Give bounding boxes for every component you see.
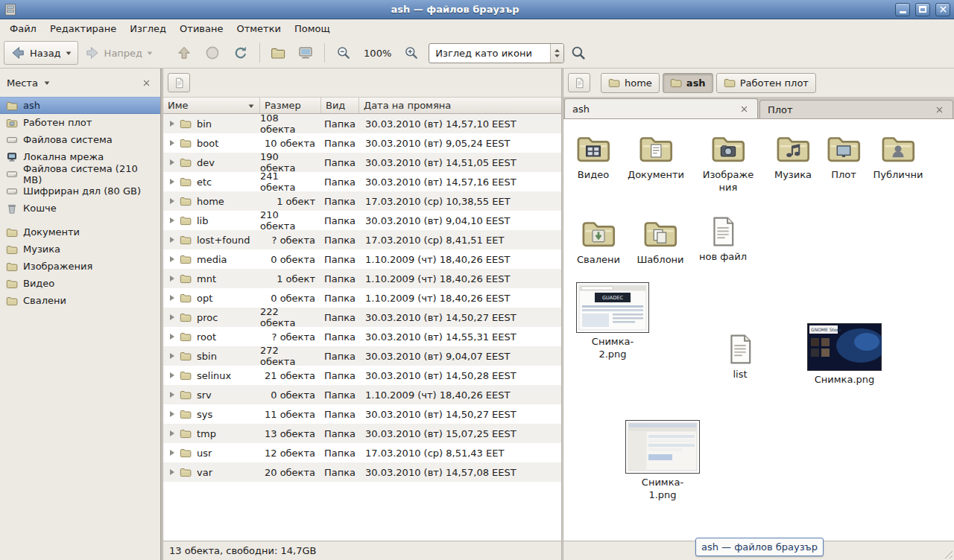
thumb-web-item[interactable]: GUADECСнимка-2.png (575, 282, 650, 361)
forward-button[interactable]: Напред (78, 41, 159, 65)
sidebar-item-7[interactable]: Кошче (0, 200, 160, 217)
column-header-size[interactable]: Размер (260, 98, 321, 113)
expander-icon[interactable] (170, 256, 174, 262)
folder-public-item[interactable]: Публични (865, 130, 931, 182)
expander-icon[interactable] (170, 450, 174, 456)
expander-icon[interactable] (170, 392, 174, 398)
zoom-in-button[interactable] (397, 41, 426, 65)
breadcrumb-2[interactable]: ash (663, 73, 713, 93)
back-button[interactable]: Назад (4, 41, 78, 65)
view-mode-select[interactable]: Изглед като икони (429, 43, 564, 63)
folder-video-item[interactable]: Видео (563, 130, 625, 182)
folder-docs-item[interactable]: Документи (622, 130, 690, 182)
zoom-out-button[interactable] (329, 41, 358, 65)
reload-button[interactable] (227, 41, 255, 65)
resize-grip[interactable] (943, 549, 953, 559)
table-row[interactable]: lost+found? обектаПапка17.03.2010 (ср) 8… (163, 230, 561, 249)
sidebar-item-10[interactable]: Изображения (0, 258, 160, 275)
table-row[interactable]: proc222 обектаПапка30.03.2010 (вт) 14,50… (163, 308, 561, 327)
expander-icon[interactable] (170, 314, 174, 320)
tab-2[interactable]: Плот (759, 100, 953, 118)
breadcrumb-1[interactable]: home (601, 73, 660, 93)
table-row[interactable]: lib210 обектаПапка30.03.2010 (вт) 9,04,1… (163, 211, 561, 230)
column-header-name[interactable]: Име (163, 98, 260, 113)
expander-icon[interactable] (170, 372, 174, 378)
table-row[interactable]: selinux21 обектаПапка30.03.2010 (вт) 14,… (163, 366, 561, 385)
computer-button[interactable] (291, 41, 320, 65)
expander-icon[interactable] (170, 430, 174, 436)
expander-icon[interactable] (170, 198, 174, 204)
tab-close-icon[interactable] (738, 103, 750, 115)
expander-icon[interactable] (170, 276, 174, 281)
folder-downloads-item[interactable]: Свалени (566, 215, 631, 267)
table-row[interactable]: opt0 обектаПапка1.10.2009 (чт) 18,40,26 … (163, 288, 561, 308)
column-header-type[interactable]: Вид (321, 98, 359, 113)
sidebar-close-button[interactable] (139, 75, 154, 90)
expander-icon[interactable] (170, 237, 174, 243)
close-button[interactable] (935, 3, 950, 16)
expander-icon[interactable] (170, 179, 174, 185)
file-text-item[interactable]: нов файл (691, 215, 755, 264)
menu-item-4[interactable]: Отиване (173, 19, 230, 38)
up-button[interactable] (170, 41, 198, 65)
search-button[interactable] (564, 41, 593, 65)
sidebar-item-5[interactable]: Файлова система (210 MB) (0, 165, 160, 182)
sidebar-item-2[interactable]: Работен плот (0, 114, 160, 131)
sidebar-item-12[interactable]: Свалени (0, 292, 160, 309)
table-row[interactable]: etc241 обектаПапка30.03.2010 (вт) 14,57,… (163, 172, 561, 191)
menu-item-1[interactable]: Файл (3, 19, 43, 38)
home-button[interactable] (265, 41, 291, 65)
table-row[interactable]: dev190 обектаПапка30.03.2010 (вт) 14,51,… (163, 153, 561, 172)
breadcrumb-3[interactable]: Работен плот (716, 73, 816, 93)
sidebar-item-9[interactable]: Музика (0, 241, 160, 258)
location-toggle-button[interactable] (168, 73, 190, 92)
sidebar-title[interactable]: Места (7, 77, 38, 89)
minimize-button[interactable] (895, 3, 910, 16)
folder-music-item[interactable]: Музика (761, 130, 825, 182)
sidebar-item-6[interactable]: Шифриран дял (80 GB) (0, 182, 160, 200)
menu-item-3[interactable]: Изглед (123, 19, 173, 38)
back-dropdown-icon[interactable] (65, 49, 72, 57)
sidebar-item-11[interactable]: Видео (0, 275, 160, 292)
expander-icon[interactable] (170, 334, 174, 340)
zoom-level[interactable]: 100% (358, 48, 397, 59)
taskbar-window-button[interactable]: ash — файлов браузър (695, 538, 824, 556)
table-row[interactable]: usr12 обектаПапка17.03.2010 (ср) 8,51,43… (163, 443, 561, 462)
combo-arrows-icon[interactable] (550, 44, 563, 63)
table-row[interactable]: boot10 обектаПапка30.03.2010 (вт) 9,05,2… (163, 133, 561, 153)
expander-icon[interactable] (170, 353, 174, 359)
thumb-dark-item[interactable]: GNOME StoreСнимка.png (805, 323, 884, 386)
expander-icon[interactable] (170, 159, 174, 165)
table-row[interactable]: mnt1 обектПапка1.10.2009 (чт) 18,40,26 E… (163, 269, 561, 288)
folder-desktop-item[interactable]: Плот (818, 130, 870, 182)
file-text-item[interactable]: list (718, 333, 762, 381)
expander-icon[interactable] (170, 295, 174, 301)
sidebar-selector-icon[interactable] (43, 79, 51, 86)
location-toggle-button[interactable] (568, 73, 590, 92)
stop-button[interactable] (198, 41, 227, 65)
tab-1[interactable]: ash (564, 98, 758, 118)
sidebar-item-8[interactable]: Документи (0, 223, 160, 241)
table-row[interactable]: srv0 обектаПапка1.10.2009 (чт) 18,40,26 … (163, 385, 561, 404)
thumb-fm-item[interactable]: Снимка-1.png (623, 420, 702, 502)
table-row[interactable]: tmp13 обектаПапка30.03.2010 (вт) 15,07,2… (163, 424, 561, 443)
menu-item-2[interactable]: Редактиране (43, 19, 123, 38)
folder-templates-item[interactable]: Шаблони (628, 215, 692, 267)
table-row[interactable]: media0 обектаПапка1.10.2009 (чт) 18,40,2… (163, 249, 561, 269)
menu-item-6[interactable]: Помощ (288, 19, 337, 38)
expander-icon[interactable] (170, 121, 174, 127)
table-row[interactable]: bin108 обектаПапка30.03.2010 (вт) 14,57,… (163, 114, 561, 133)
expander-icon[interactable] (170, 469, 174, 475)
menu-item-5[interactable]: Отметки (230, 19, 287, 38)
table-row[interactable]: sys11 обектаПапка30.03.2010 (вт) 14,50,2… (163, 404, 561, 424)
sidebar-item-3[interactable]: Файлова система (0, 131, 160, 148)
expander-icon[interactable] (170, 217, 174, 223)
expander-icon[interactable] (170, 411, 174, 417)
tab-close-icon[interactable] (933, 104, 945, 115)
table-row[interactable]: home1 обектПапка17.03.2010 (ср) 10,38,55… (163, 191, 561, 211)
sidebar-item-1[interactable]: ash (0, 97, 160, 114)
table-row[interactable]: var20 обектаПапка30.03.2010 (вт) 14,57,0… (163, 462, 561, 482)
expander-icon[interactable] (170, 140, 174, 146)
table-row[interactable]: root? обектаПапка30.03.2010 (вт) 14,55,3… (163, 327, 561, 346)
maximize-button[interactable] (915, 3, 930, 16)
